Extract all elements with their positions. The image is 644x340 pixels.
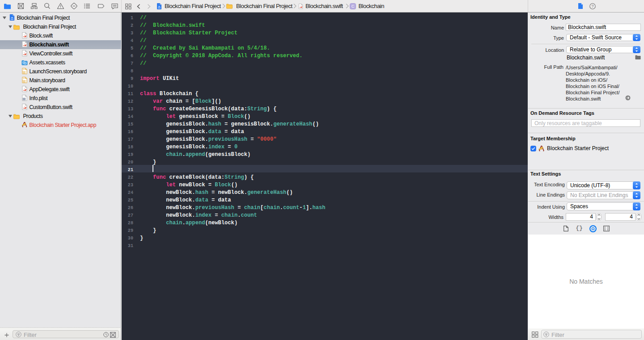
svg-text:?: ?	[591, 4, 593, 8]
